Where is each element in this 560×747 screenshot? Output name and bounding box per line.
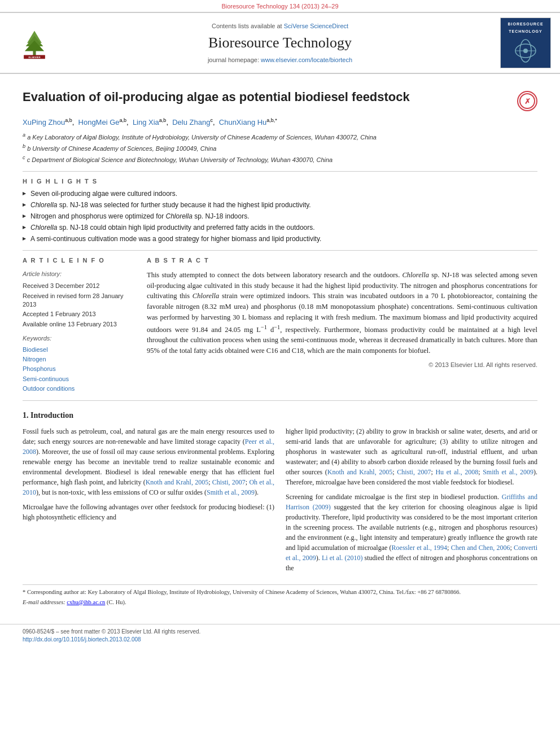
abstract-text: This study attempted to connect the dots… — [147, 270, 537, 356]
abstract-header: A B S T R A C T — [147, 256, 537, 265]
ref-knoth2005-1[interactable]: Knoth and Krahl, 2005 — [146, 478, 209, 486]
introduction-title: 1. Introduction — [23, 410, 537, 421]
svg-text:ELSEVIER: ELSEVIER — [28, 56, 40, 59]
history-label: Article history: — [23, 270, 135, 278]
highlights-list: Seven oil-producing algae were cultured … — [23, 189, 537, 243]
journal-reference: Bioresource Technology 134 (2013) 24–29 — [0, 0, 560, 12]
article-title-area: Evaluation of oil-producing algae as pot… — [23, 89, 537, 111]
journal-header-center: Contents lists available at SciVerse Sci… — [67, 22, 493, 64]
divider-1 — [23, 171, 537, 172]
footnote-email: E-mail addresses: cxhu@ihb.ac.cn (C. Hu)… — [23, 599, 537, 607]
received-revised-date: Received in revised form 28 January 2013 — [23, 292, 135, 309]
sciverse-link[interactable]: SciVerse ScienceDirect — [284, 23, 348, 29]
crossmark-badge: ✗ — [517, 91, 537, 111]
divider-2 — [23, 250, 537, 251]
keywords-header: Keywords: — [23, 334, 135, 343]
introduction-body: Fossil fuels such as petroleum, coal, an… — [23, 426, 537, 578]
accepted-date: Accepted 1 February 2013 — [23, 310, 135, 318]
copyright-line: © 2013 Elsevier Ltd. All rights reserved… — [147, 361, 537, 369]
ref-li2010[interactable]: Li et al. (2010) — [322, 554, 363, 562]
keyword-3: Phosphorus — [23, 365, 135, 373]
journal-title: Bioresource Technology — [67, 33, 493, 53]
author-xuping[interactable]: XuPing Zhou — [23, 119, 65, 127]
article-title-text: Evaluation of oil-producing algae as pot… — [23, 89, 510, 106]
highlights-header: H I G H L I G H T S — [23, 177, 537, 186]
ref-smith2009-1[interactable]: Smith et al., 2009 — [207, 488, 255, 496]
ref-griffiths2009[interactable]: Griffiths and Harrison (2009) — [286, 493, 537, 511]
keyword-1: Biodiesel — [23, 346, 135, 354]
author-delu[interactable]: Delu Zhang — [172, 119, 210, 127]
affiliation-c: c c Department of Biological Science and… — [23, 154, 537, 164]
author-hongmei[interactable]: HongMei Ge — [78, 119, 120, 127]
footnote-corresponding: * Corresponding author at: Key Laborator… — [23, 588, 537, 597]
available-date: Available online 13 February 2013 — [23, 320, 135, 329]
homepage-url[interactable]: www.elsevier.com/locate/biortech — [261, 56, 352, 63]
affiliations: a a Key Laboratory of Algal Biology, Ins… — [23, 132, 537, 164]
ref-chisti2007-2[interactable]: Chisti, 2007 — [397, 468, 431, 476]
highlights-section: H I G H L I G H T S Seven oil-producing … — [23, 177, 537, 243]
divider-3 — [23, 400, 537, 401]
intro-right-col: higher lipid productivity; (2) ability t… — [286, 426, 537, 578]
ref-chisti2007-1[interactable]: Chisti, 2007 — [212, 478, 246, 486]
contents-available-line: Contents lists available at SciVerse Sci… — [67, 22, 493, 30]
article-info-col: A R T I C L E I N F O Article history: R… — [23, 256, 135, 394]
intro-para-3: higher lipid productivity; (2) ability t… — [286, 426, 537, 487]
article-dates: Received 3 December 2012 Received in rev… — [23, 282, 135, 329]
footnote-area: * Corresponding author at: Key Laborator… — [23, 584, 537, 606]
article-info-abstract-area: A R T I C L E I N F O Article history: R… — [23, 256, 537, 394]
keyword-4: Semi-continuous — [23, 375, 135, 383]
logo-graphic-icon — [509, 37, 542, 65]
svg-text:✗: ✗ — [524, 97, 531, 106]
affiliation-b: b b University of Chinese Academy of Sci… — [23, 143, 537, 153]
authors-line: XuPing Zhoua,b, HongMei Gea,b, Ling Xiaa… — [23, 117, 537, 128]
journal-header: ELSEVIER Contents lists available at Sci… — [0, 12, 560, 74]
elsevier-logo: ELSEVIER — [9, 26, 60, 60]
highlight-item-4: Chlorella sp. NJ-18 could obtain high li… — [23, 223, 537, 233]
svg-point-9 — [523, 49, 528, 53]
author-chunxiang[interactable]: ChunXiang Hu — [219, 119, 267, 127]
keyword-2: Nitrogen — [23, 355, 135, 364]
highlight-item-3: Nitrogen and phosphorus were optimized f… — [23, 212, 537, 221]
received-date: Received 3 December 2012 — [23, 282, 135, 290]
intro-para-4: Screening for candidate microalgae is th… — [286, 492, 537, 573]
highlight-item-2: Chlorella sp. NJ-18 was selected for fur… — [23, 200, 537, 210]
bioresource-logo: BIORESOURCE TECHNOLOGY — [500, 18, 551, 68]
doi-line: http://dx.doi.org/10.1016/j.biortech.201… — [23, 636, 537, 644]
introduction-section: 1. Introduction Fossil fuels such as pet… — [23, 410, 537, 578]
elsevier-tree-icon: ELSEVIER — [18, 26, 51, 60]
main-content: Evaluation of oil-producing algae as pot… — [0, 74, 560, 617]
keywords-list: Biodiesel Nitrogen Phosphorus Semi-conti… — [23, 346, 135, 394]
bottom-bar: 0960-8524/$ – see front matter © 2013 El… — [0, 624, 560, 647]
ref-hu2008[interactable]: Hu et al., 2008 — [435, 468, 478, 476]
doi-link[interactable]: http://dx.doi.org/10.1016/j.biortech.201… — [23, 636, 141, 643]
email-link[interactable]: cxhu@ihb.ac.cn — [67, 599, 105, 605]
intro-left-col: Fossil fuels such as petroleum, coal, an… — [23, 426, 274, 578]
affiliation-a: a a Key Laboratory of Algal Biology, Ins… — [23, 132, 537, 142]
highlight-item-5: A semi-continuous cultivation mode was a… — [23, 234, 537, 244]
ref-roessler1994[interactable]: Roessler et al., 1994 — [392, 544, 447, 552]
ref-chen2006[interactable]: Chen and Chen, 2006 — [451, 544, 510, 552]
author-ling[interactable]: Ling Xia — [133, 119, 159, 127]
abstract-col: A B S T R A C T This study attempted to … — [147, 256, 537, 394]
ref-peer2008[interactable]: Peer et al., 2008 — [23, 438, 274, 456]
crossmark-icon: ✗ — [519, 93, 535, 109]
keyword-5: Outdoor conditions — [23, 385, 135, 393]
ref-knoth2005-2[interactable]: Knoth and Krahl, 2005 — [327, 468, 392, 476]
issn-line: 0960-8524/$ – see front matter © 2013 El… — [23, 628, 537, 636]
highlight-item-1: Seven oil-producing algae were cultured … — [23, 189, 537, 199]
journal-homepage: journal homepage: www.elsevier.com/locat… — [67, 56, 493, 64]
intro-para-2: Microalgae have the following advantages… — [23, 502, 274, 522]
intro-para-1: Fossil fuels such as petroleum, coal, an… — [23, 426, 274, 497]
ref-smith2009-2[interactable]: Smith et al., 2009 — [483, 468, 533, 476]
article-info-header: A R T I C L E I N F O — [23, 256, 135, 265]
